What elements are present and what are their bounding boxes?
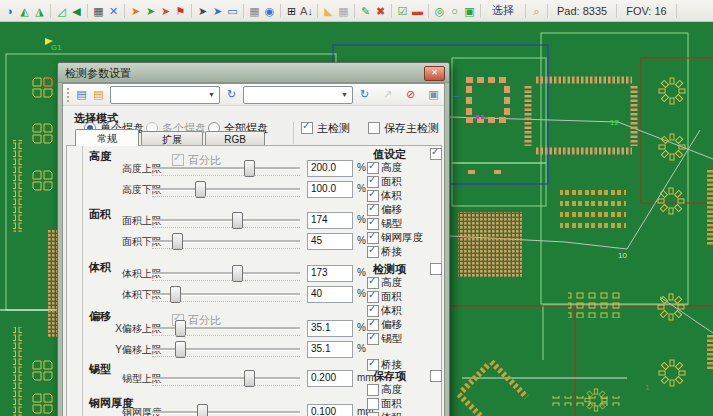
slider-track[interactable] bbox=[152, 167, 300, 170]
ruler-icon[interactable]: ◣ bbox=[321, 2, 336, 20]
navigate-target-icon[interactable]: ◑ bbox=[2, 2, 17, 20]
item-label: 体积 bbox=[381, 189, 402, 203]
exit-icon[interactable]: → bbox=[448, 86, 465, 103]
table-view-icon[interactable]: ▦ bbox=[247, 2, 262, 20]
grid-quad-icon[interactable]: ⊞ bbox=[284, 2, 299, 20]
load-params-icon[interactable]: ▤ bbox=[73, 86, 90, 103]
image-view-icon[interactable]: ▦ bbox=[91, 2, 106, 20]
toolbar-grip bbox=[67, 88, 69, 102]
tools-icon[interactable]: ✕ bbox=[106, 2, 121, 20]
slider-thumb[interactable] bbox=[197, 404, 208, 416]
circle-dot-icon[interactable]: ◎ bbox=[432, 2, 447, 20]
apply-params-icon-1[interactable]: ↻ bbox=[223, 86, 240, 103]
circle-icon[interactable]: ○ bbox=[447, 2, 462, 20]
checkbox bbox=[367, 232, 379, 244]
stats-icon[interactable]: ↗ bbox=[379, 86, 396, 103]
chevron-down-icon[interactable]: ▼ bbox=[338, 88, 351, 100]
value-input[interactable]: 35.1 bbox=[307, 341, 353, 358]
value-input[interactable]: 100.0 bbox=[307, 181, 353, 198]
import-params-icon[interactable]: ▤ bbox=[90, 86, 107, 103]
value-input[interactable]: 0.200 bbox=[307, 370, 353, 387]
slider-track[interactable] bbox=[152, 188, 300, 191]
apply-params-icon-2[interactable]: ↻ bbox=[356, 86, 373, 103]
camera-icon[interactable]: ◉ bbox=[262, 2, 277, 20]
measure-triangle-icon[interactable]: ◿ bbox=[54, 2, 69, 20]
tab-extended[interactable]: 扩展 bbox=[141, 131, 203, 146]
item-label: 高度 bbox=[381, 383, 402, 397]
slider-track[interactable] bbox=[152, 411, 300, 414]
square-in-icon[interactable]: ▣ bbox=[462, 2, 477, 20]
delete-icon[interactable]: ✖ bbox=[373, 2, 388, 20]
confirm-icon[interactable]: ☑ bbox=[395, 2, 410, 20]
slider-track[interactable] bbox=[152, 219, 300, 222]
value-input[interactable]: 45 bbox=[307, 233, 353, 250]
checkbox bbox=[430, 263, 442, 275]
slider-ticks bbox=[152, 227, 300, 228]
item-label: 偏移 bbox=[381, 203, 402, 217]
toolbar-separator bbox=[87, 4, 88, 18]
value-input[interactable]: 173 bbox=[307, 265, 353, 282]
save-icon[interactable]: ▣ bbox=[425, 86, 442, 103]
dart-blue-icon[interactable]: ➤ bbox=[210, 2, 225, 20]
item-label: 锡型 bbox=[381, 217, 402, 231]
dart-red-icon[interactable]: ➤ bbox=[158, 2, 173, 20]
rect-select-icon[interactable]: ▭ bbox=[225, 2, 240, 20]
item-label: 锡型 bbox=[381, 332, 402, 346]
fov-label-1: 1 bbox=[645, 383, 650, 392]
value-input[interactable]: 0.100 bbox=[307, 404, 353, 416]
detection-params-dialog: 检测参数设置 ✕ ▤▤▼↻▼↻↗⊘▣→ 选择模式 单个焊盘多个焊盘全部焊盘主检测… bbox=[57, 62, 450, 416]
checkbox bbox=[172, 154, 184, 166]
checkbox bbox=[367, 384, 379, 396]
slider-track[interactable] bbox=[152, 377, 300, 380]
tab-rgb[interactable]: RGB bbox=[205, 131, 265, 146]
slider-track[interactable] bbox=[152, 272, 300, 275]
magnifier-icon[interactable]: ⌕ bbox=[529, 2, 544, 20]
pad-column-left-bottom bbox=[13, 327, 22, 416]
zoom-fit-b-icon[interactable]: ◮ bbox=[32, 2, 47, 20]
value-input[interactable]: 200.0 bbox=[307, 160, 353, 177]
value-input[interactable]: 174 bbox=[307, 212, 353, 229]
checkbox bbox=[367, 162, 379, 174]
param-set-combo-1[interactable]: ▼ bbox=[110, 86, 220, 104]
slider-ticks bbox=[152, 175, 300, 176]
check-save-main-inspect[interactable]: 保存主检测 bbox=[368, 122, 439, 134]
item-label: 偏移 bbox=[381, 318, 402, 332]
item-label: 桥接 bbox=[381, 245, 402, 259]
value-input[interactable]: 35.1 bbox=[307, 320, 353, 337]
grid-icon[interactable]: ▦ bbox=[336, 2, 351, 20]
toolbar-separator bbox=[354, 4, 355, 18]
percent-checkbox[interactable]: 百分比 bbox=[172, 154, 221, 166]
chevron-down-icon[interactable]: ▼ bbox=[205, 88, 218, 100]
check-main-inspect[interactable]: 主检测 bbox=[301, 122, 350, 134]
sort-az-icon[interactable]: A↓ bbox=[299, 2, 314, 20]
pushpin-icon[interactable]: ➤ bbox=[195, 2, 210, 20]
edit-chart-icon[interactable]: ✎ bbox=[358, 2, 373, 20]
item-label: 高度 bbox=[381, 161, 402, 175]
location-pin-icon[interactable]: ⚑ bbox=[173, 2, 188, 20]
stop-icon[interactable]: ▬ bbox=[410, 2, 425, 20]
toolbar-separator bbox=[317, 4, 318, 18]
checkbox bbox=[367, 190, 379, 202]
forbid-icon[interactable]: ⊘ bbox=[402, 86, 419, 103]
dialog-toolbar: ▤▤▼↻▼↻↗⊘▣→ bbox=[63, 84, 444, 106]
dialog-titlebar[interactable]: 检测参数设置 ✕ bbox=[58, 63, 449, 83]
dart-orange-icon[interactable]: ➤ bbox=[128, 2, 143, 20]
param-set-combo-2[interactable]: ▼ bbox=[243, 86, 353, 104]
group-title: 保存项 bbox=[373, 369, 406, 384]
value-input[interactable]: 40 bbox=[307, 286, 353, 303]
item-label: 面积 bbox=[381, 175, 402, 189]
dart-green-icon[interactable]: ➤ bbox=[143, 2, 158, 20]
close-icon[interactable]: ✕ bbox=[424, 66, 445, 81]
group-header-checkbox[interactable] bbox=[430, 148, 446, 160]
zoom-fit-a-icon[interactable]: ◭ bbox=[17, 2, 32, 20]
tab-general[interactable]: 常规 bbox=[75, 129, 139, 146]
group-header-checkbox[interactable] bbox=[430, 263, 446, 275]
toolbar-separator bbox=[480, 4, 481, 18]
cone-marker-icon[interactable]: ◀ bbox=[69, 2, 84, 20]
group-header-checkbox[interactable] bbox=[430, 370, 446, 382]
unit-label: % bbox=[357, 183, 366, 194]
percent-label: 百分比 bbox=[188, 313, 221, 328]
pad-pair-grid bbox=[560, 188, 626, 233]
select-mode-label[interactable]: 选择 bbox=[492, 3, 514, 18]
checkbox bbox=[367, 246, 379, 258]
